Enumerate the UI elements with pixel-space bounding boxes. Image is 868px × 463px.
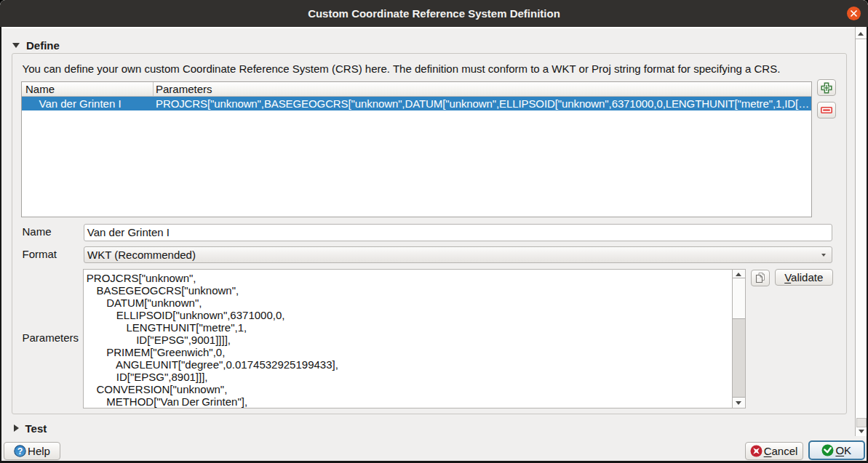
expand-arrow-icon	[14, 424, 19, 432]
close-icon	[850, 9, 858, 17]
format-label: Format	[23, 248, 57, 260]
test-group-label: Test	[25, 422, 47, 435]
crs-description: You can define your own custom Coordinat…	[23, 63, 845, 75]
help-icon: ?	[14, 445, 26, 457]
format-combobox[interactable]: WKT (Recommended)	[84, 246, 832, 264]
custom-crs-dialog: Custom Coordinate Reference System Defin…	[0, 0, 868, 463]
help-button[interactable]: ? Help	[4, 442, 60, 460]
ok-button[interactable]: OK	[808, 440, 866, 460]
cancel-button[interactable]: Cancel	[745, 442, 803, 460]
validate-button[interactable]: Validate	[775, 269, 834, 286]
define-group-label: Define	[26, 39, 60, 52]
table-row-selected[interactable]: Van der Grinten I PROJCRS["unknown",BASE…	[22, 97, 811, 111]
row-name-cell: Van der Grinten I	[22, 97, 154, 111]
copy-wkt-button[interactable]	[751, 270, 770, 286]
combo-dropdown-icon	[821, 254, 826, 257]
crs-table-header: Name Parameters	[22, 82, 811, 97]
titlebar[interactable]: Custom Coordinate Reference System Defin…	[0, 0, 868, 27]
parameters-scrollbar[interactable]	[732, 270, 745, 408]
define-group-header[interactable]: Define	[12, 39, 60, 52]
validate-label: Validate	[784, 271, 823, 283]
window-border-left	[0, 27, 1, 463]
parameters-scrollbar-thumb[interactable]	[733, 278, 745, 319]
titlebar-separator	[1, 27, 867, 28]
scroll-down-icon[interactable]	[859, 430, 864, 433]
ok-label: OK	[835, 444, 851, 456]
help-label: Help	[28, 445, 50, 457]
remove-crs-button[interactable]	[817, 102, 836, 118]
dialog-scrollbar[interactable]	[855, 27, 867, 436]
window-title: Custom Coordinate Reference System Defin…	[0, 0, 868, 27]
svg-text:?: ?	[17, 446, 23, 456]
parameters-label: Parameters	[23, 331, 79, 344]
collapse-arrow-icon	[12, 43, 20, 48]
row-parameters-cell: PROJCRS["unknown",BASEGEOGCRS["unknown",…	[154, 97, 812, 111]
scroll-up-icon	[736, 273, 741, 276]
add-crs-button[interactable]	[817, 79, 836, 96]
column-header-name[interactable]: Name	[22, 82, 154, 96]
cancel-label: Cancel	[764, 445, 798, 457]
parameters-textarea[interactable]: PROJCRS["unknown", BASEGEOGCRS["unknown"…	[83, 269, 746, 408]
ok-icon	[821, 444, 834, 456]
crs-table[interactable]: Name Parameters Van der Grinten I PROJCR…	[21, 81, 812, 217]
name-label: Name	[23, 225, 52, 238]
copy-icon	[755, 272, 765, 283]
cancel-icon	[750, 445, 763, 457]
dialog-scrollbar-thumb[interactable]	[856, 418, 867, 427]
format-combobox-value: WKT (Recommended)	[87, 249, 196, 261]
name-input[interactable]: Van der Grinten I	[84, 224, 832, 241]
name-input-value: Van der Grinten I	[87, 226, 170, 238]
scroll-up-icon[interactable]	[858, 32, 864, 36]
column-header-parameters[interactable]: Parameters	[154, 82, 812, 96]
parameters-scrollbar-trough[interactable]	[733, 319, 745, 398]
test-group-header[interactable]: Test	[14, 422, 47, 435]
close-button[interactable]	[847, 7, 861, 20]
add-icon	[821, 82, 832, 94]
remove-icon	[821, 107, 832, 113]
scroll-down-icon	[736, 401, 741, 405]
parameters-wkt-text: PROJCRS["unknown", BASEGEOGCRS["unknown"…	[87, 272, 730, 408]
